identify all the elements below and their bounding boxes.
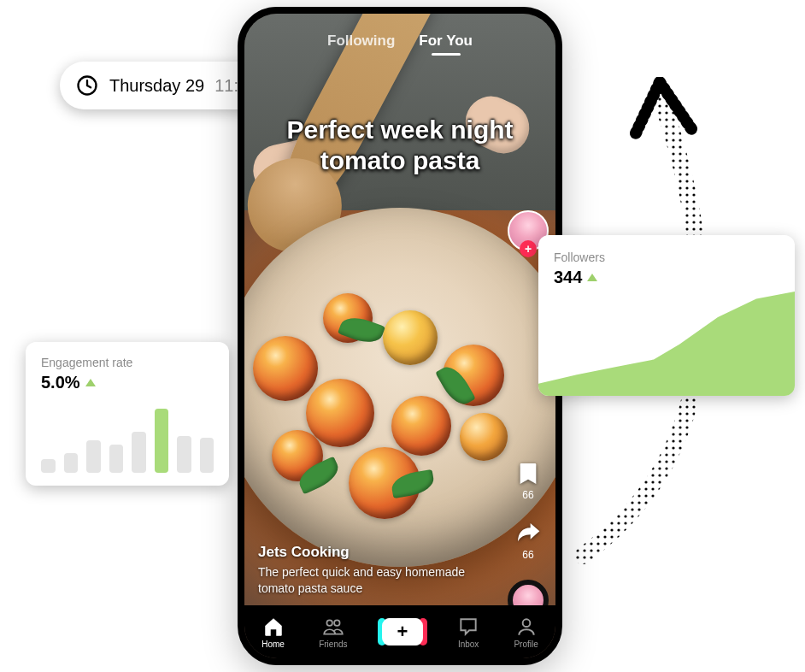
video-caption: Jets Cooking The perfect quick and easy … [258,544,480,597]
caption-description: The perfect quick and easy homemade toma… [258,564,480,597]
nav-friends-label: Friends [319,640,347,649]
nav-inbox-label: Inbox [458,640,479,649]
phone-mockup: Following For You Perfect week night tom… [238,7,562,665]
video-feed[interactable]: Following For You Perfect week night tom… [244,14,555,658]
nav-inbox[interactable]: Inbox [457,616,479,649]
followers-area-chart [538,290,795,396]
home-icon [262,616,285,638]
followers-card: Followers 344 [538,235,795,396]
schedule-day: Thursday 29 [109,76,204,96]
nav-friends[interactable]: Friends [319,616,347,649]
svg-point-2 [522,619,530,627]
inbox-icon [457,616,479,638]
video-title-overlay: Perfect week night tomato pasta [272,115,528,176]
nav-home[interactable]: Home [261,616,285,649]
trend-up-icon [587,274,597,281]
trend-up-icon [85,379,96,386]
feed-tabs: Following For You [244,32,555,56]
followers-label: Followers [554,251,779,264]
bookmark-count: 66 [522,489,533,501]
bookmark-button[interactable]: 66 [514,460,542,501]
share-button[interactable]: 66 [514,520,542,561]
bottom-nav: Home Friends + Inbox Profile [244,605,555,658]
engagement-card: Engagement rate 5.0% [26,342,229,486]
profile-icon [515,616,538,638]
tab-for-you[interactable]: For You [419,32,473,56]
plus-icon: + [382,618,423,645]
engagement-bar-chart [41,403,214,473]
clock-icon [75,74,99,97]
caption-username[interactable]: Jets Cooking [258,544,480,561]
share-count: 66 [522,549,533,561]
nav-profile-label: Profile [514,640,538,649]
share-icon [514,520,542,547]
engagement-label: Engagement rate [41,356,214,369]
engagement-value: 5.0% [41,373,80,392]
nav-create[interactable]: + [382,618,423,645]
nav-profile[interactable]: Profile [514,616,538,649]
bookmark-icon [514,460,542,487]
nav-home-label: Home [261,640,285,649]
tab-following[interactable]: Following [327,32,395,56]
followers-value: 344 [554,268,582,287]
follow-plus-icon[interactable]: + [520,240,537,257]
friends-icon [322,616,344,638]
